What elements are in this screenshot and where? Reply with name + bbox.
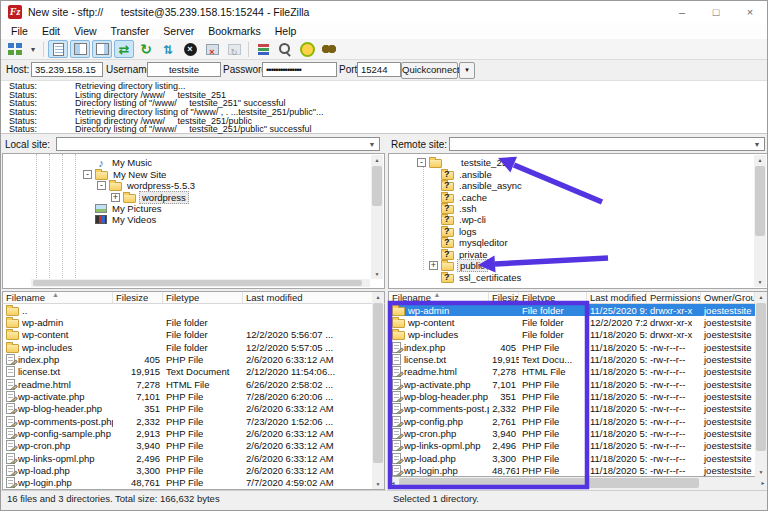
file-row-index-php[interactable]: index.php405PHP File2/6/2020 6:33:12 AM xyxy=(3,353,384,365)
log-toggle-button[interactable] xyxy=(48,40,68,58)
remote-list-vscrollbar[interactable]: ▲▼ xyxy=(755,292,767,477)
file-row-wp-comments-post-p-[interactable]: wp-comments-post.p...2,332PHP File11/18/… xyxy=(389,403,767,415)
quickconnect-dropdown[interactable]: ▾ xyxy=(459,62,475,79)
menu-item-bookmarks[interactable]: Bookmarks xyxy=(201,25,268,37)
tree-item-my-music[interactable]: ♪My Music xyxy=(3,157,371,168)
file-row-wp-load-php[interactable]: wp-load.php3,300PHP File2/6/2020 6:33:12… xyxy=(3,464,384,476)
file-row-license-txt[interactable]: license.txt19,915Text Document2/12/2020 … xyxy=(3,366,384,378)
port-input[interactable]: 15244 xyxy=(357,62,401,77)
column-header-owner-group[interactable]: Owner/Group xyxy=(701,292,755,303)
menu-item-transfer[interactable]: Transfer xyxy=(104,25,157,37)
tree-item--ssh[interactable]: .ssh xyxy=(389,203,754,214)
file-row-wp-admin[interactable]: wp-adminFile folder xyxy=(3,316,384,328)
minimize-button[interactable]: – xyxy=(665,1,699,23)
local-tree-hscrollbar[interactable] xyxy=(31,279,370,287)
collapse-icon[interactable]: - xyxy=(83,170,92,179)
remote-list-hscrollbar[interactable]: ◄► xyxy=(388,477,768,489)
tree-item-private[interactable]: private xyxy=(389,249,754,260)
file-row-wp-activate-php[interactable]: wp-activate.php7,101PHP File7/28/2020 6:… xyxy=(3,390,384,402)
tree-item-testsite-251[interactable]: -testsite_251 xyxy=(389,157,754,168)
password-input[interactable]: ••••••••••••••• xyxy=(262,62,337,77)
column-header-permissions[interactable]: Permissions xyxy=(647,292,701,303)
quickconnect-button[interactable]: Quickconnect xyxy=(401,62,458,79)
sync-button[interactable] xyxy=(297,40,317,58)
file-row-wp-login-php[interactable]: wp-login.php48,761PHP File11/18/2020 5:4… xyxy=(389,464,767,476)
host-input[interactable]: 35.239.158.15 xyxy=(31,62,103,77)
column-header-last-modified[interactable]: Last modified xyxy=(587,292,647,303)
file-row-readme-html[interactable]: readme.html7,278HTML File11/18/2020 5:4.… xyxy=(389,366,767,378)
remote-path-combo[interactable]: /www/ testsite_251/public ▼ xyxy=(449,137,765,151)
close-button[interactable]: × xyxy=(733,1,767,23)
disconnect-button[interactable] xyxy=(202,40,222,58)
column-header-filesize[interactable]: Filesize xyxy=(113,292,163,303)
tree-item--ansible[interactable]: .ansible xyxy=(389,168,754,179)
reconnect-button[interactable] xyxy=(224,40,244,58)
local-path-combo[interactable]: C:\Users\ Documents\My New Site\wordpres… xyxy=(56,137,380,151)
tree-item-my-pictures[interactable]: My Pictures xyxy=(3,203,371,214)
local-tree-vscrollbar[interactable]: ▲▼ xyxy=(371,155,383,279)
column-header-filename[interactable]: Filename▲ xyxy=(3,292,113,303)
file-row-wp-links-opml-php[interactable]: wp-links-opml.php2,496PHP File11/18/2020… xyxy=(389,440,767,452)
file-row-index-php[interactable]: index.php405PHP File11/18/2020 5:4...-rw… xyxy=(389,341,767,353)
file-row-wp-links-opml-php[interactable]: wp-links-opml.php2,496PHP File2/6/2020 6… xyxy=(3,452,384,464)
process-queue-button[interactable] xyxy=(158,40,178,58)
column-header-filename[interactable]: Filename▲ xyxy=(389,292,489,303)
tree-item-mysqleditor[interactable]: mysqleditor xyxy=(389,237,754,248)
expand-icon[interactable]: + xyxy=(111,193,120,202)
column-header-filesize[interactable]: Filesize xyxy=(489,292,519,303)
column-header-last-modified[interactable]: Last modified xyxy=(243,292,374,303)
column-header-filetype[interactable]: Filetype xyxy=(519,292,587,303)
file-row-readme-html[interactable]: readme.html7,278HTML File6/26/2020 2:58:… xyxy=(3,378,384,390)
menu-item-edit[interactable]: Edit xyxy=(35,25,67,37)
menu-item-file[interactable]: File xyxy=(4,25,35,37)
local-list-vscrollbar[interactable]: ▲▼ xyxy=(372,292,384,489)
queue-toggle-button[interactable] xyxy=(114,40,134,58)
file-row-wp-config-sample-php[interactable]: wp-config-sample.php2,913PHP File2/6/202… xyxy=(3,427,384,439)
tree-item--ansible-async[interactable]: .ansible_async xyxy=(389,180,754,191)
file-row-wp-blog-header-php[interactable]: wp-blog-header.php351PHP File2/6/2020 6:… xyxy=(3,403,384,415)
file-row-wp-cron-php[interactable]: wp-cron.php3,940PHP File2/6/2020 6:33:12… xyxy=(3,440,384,452)
cancel-button[interactable] xyxy=(180,40,200,58)
file-row--[interactable]: .. xyxy=(3,304,384,316)
file-row-wp-load-php[interactable]: wp-load.php3,300PHP File11/18/2020 5:4..… xyxy=(389,452,767,464)
compare-button[interactable] xyxy=(275,40,295,58)
file-row-wp-login-php[interactable]: wp-login.php48,761PHP File7/7/2020 4:59:… xyxy=(3,477,384,489)
filter-button[interactable] xyxy=(253,40,273,58)
file-row-wp-content[interactable]: wp-contentFile folder12/2/2020 5:56:07 .… xyxy=(3,329,384,341)
site-manager-caret-button[interactable]: ▾ xyxy=(27,40,39,58)
file-row-wp-includes[interactable]: wp-includesFile folder11/18/2020 5:4...d… xyxy=(389,329,767,341)
remote-tree-vscrollbar[interactable]: ▲▼ xyxy=(754,155,766,287)
tree-item-logs[interactable]: logs xyxy=(389,226,754,237)
collapse-icon[interactable]: - xyxy=(417,158,426,167)
column-header-filetype[interactable]: Filetype xyxy=(163,292,243,303)
tree-item--wp-cli[interactable]: .wp-cli xyxy=(389,214,754,225)
file-row-wp-content[interactable]: wp-contentFile folder12/2/2020 7:20...dr… xyxy=(389,316,767,328)
tree-item--cache[interactable]: .cache xyxy=(389,191,754,202)
file-row-wp-blog-header-php[interactable]: wp-blog-header.php351PHP File11/18/2020 … xyxy=(389,390,767,402)
tree-item-wordpress[interactable]: +wordpress xyxy=(3,191,371,202)
collapse-icon[interactable]: - xyxy=(97,181,106,190)
file-row-wp-config-php[interactable]: wp-config.php2,761PHP File11/18/2020 5:4… xyxy=(389,415,767,427)
file-row-wp-admin[interactable]: wp-adminFile folder11/25/2020 9:2...drwx… xyxy=(389,304,767,316)
remote-pane-button[interactable] xyxy=(92,40,112,58)
find-button[interactable] xyxy=(319,40,339,58)
refresh-button[interactable] xyxy=(136,40,156,58)
tree-item-my-new-site[interactable]: -My New Site xyxy=(3,168,371,179)
site-manager-button[interactable] xyxy=(5,40,25,58)
menu-item-view[interactable]: View xyxy=(67,25,104,37)
local-path-dropdown-icon[interactable]: ▼ xyxy=(366,138,378,150)
file-row-wp-includes[interactable]: wp-includesFile folder12/2/2020 5:57:05 … xyxy=(3,341,384,353)
menu-item-help[interactable]: Help xyxy=(268,25,304,37)
file-row-license-txt[interactable]: license.txt19,915Text Docu...11/18/2020 … xyxy=(389,353,767,365)
file-row-wp-cron-php[interactable]: wp-cron.php3,940PHP File11/18/2020 5:4..… xyxy=(389,427,767,439)
remote-path-dropdown-icon[interactable]: ▼ xyxy=(751,138,763,150)
pane-splitter[interactable] xyxy=(385,134,388,490)
username-input[interactable]: testsite xyxy=(147,62,221,77)
menu-item-server[interactable]: Server xyxy=(156,25,201,37)
tree-item-public[interactable]: +public xyxy=(389,260,754,271)
expand-icon[interactable]: + xyxy=(429,261,438,270)
tree-item-ssl-certificates[interactable]: ssl_certificates xyxy=(389,271,754,282)
tree-item-my-videos[interactable]: My Videos xyxy=(3,214,371,225)
file-row-wp-comments-post-php[interactable]: wp-comments-post.php2,332PHP File7/23/20… xyxy=(3,415,384,427)
maximize-button[interactable]: □ xyxy=(699,1,733,23)
